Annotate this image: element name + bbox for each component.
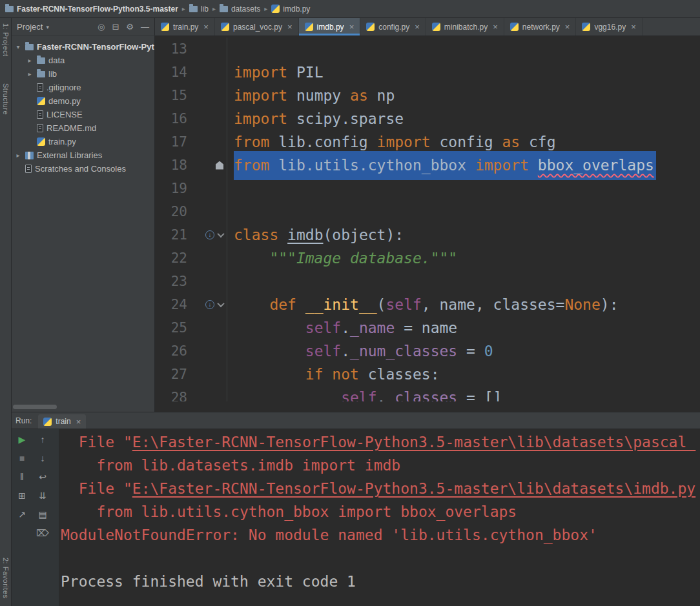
code-line-25[interactable]: 25 self._name = name: [155, 316, 700, 339]
settings-icon[interactable]: ⚙: [126, 22, 134, 32]
code-line-21[interactable]: 21↓class imdb(object):: [155, 223, 700, 247]
tree-item-external-libraries[interactable]: ▸External Libraries: [12, 148, 154, 162]
code-token: import: [234, 64, 287, 81]
breadcrumb-item-imdb-py[interactable]: imdb.py: [271, 5, 310, 14]
python-file-icon: [305, 23, 313, 31]
python-file-icon: [37, 137, 45, 146]
down-stack-trace-button[interactable]: ↓: [36, 451, 50, 465]
code-line-14[interactable]: 14import PIL: [155, 61, 700, 84]
expand-arrow-icon[interactable]: ▾: [14, 43, 22, 50]
editor-tab-vgg16-py[interactable]: vgg16.py×: [576, 18, 642, 35]
print-button[interactable]: ▤: [36, 507, 50, 521]
tool-window-button-structure[interactable]: Structure: [2, 83, 10, 117]
tree-item-demo-py[interactable]: demo.py: [12, 94, 154, 108]
breadcrumb-item-lib[interactable]: lib: [189, 5, 209, 14]
collapse-arrow-icon[interactable]: ▸: [26, 57, 34, 64]
gutter-marks: ↓: [187, 230, 227, 239]
breadcrumb-item-datasets[interactable]: datasets: [220, 5, 260, 14]
code-line-19[interactable]: 19: [155, 177, 700, 200]
line-number: 15: [155, 88, 187, 103]
clear-all-button[interactable]: ⌦: [36, 526, 50, 540]
soft-wrap-button[interactable]: ↩: [36, 470, 50, 484]
tree-item-license[interactable]: LICENSE: [12, 108, 154, 121]
editor-tab-minibatch-py[interactable]: minibatch.py×: [426, 18, 504, 35]
close-tab-icon[interactable]: ×: [493, 22, 498, 32]
code-line-text: import numpy as np: [227, 84, 395, 107]
line-number: 28: [155, 390, 187, 401]
breadcrumb-item-faster-rcnn-tensorflow-python3-5-master[interactable]: Faster-RCNN-TensorFlow-Python3.5-master: [5, 5, 178, 14]
tree-item-train-py[interactable]: train.py: [12, 135, 154, 148]
rerun-button[interactable]: ▶: [15, 432, 29, 447]
code-line-13[interactable]: 13: [155, 37, 700, 61]
editor-tab-imdb-py[interactable]: imdb.py×: [299, 18, 361, 35]
gutter-cell: 19: [155, 177, 227, 200]
stripe-bottom-group: 2: Favorites: [2, 558, 10, 601]
hide-icon[interactable]: —: [141, 22, 149, 32]
tree-item-data[interactable]: ▸data: [12, 54, 154, 67]
editor-tab-network-py[interactable]: network.py×: [504, 18, 577, 35]
console-text: from lib.datasets.imdb import imdb: [61, 457, 400, 474]
editor-tab-train-py[interactable]: train.py×: [155, 18, 215, 35]
code-token: import: [377, 134, 431, 150]
close-tab-icon[interactable]: ×: [76, 417, 81, 427]
tree-item-scratches-and-consoles[interactable]: Scratches and Consoles: [12, 162, 154, 176]
stacktrace-link[interactable]: E:\Faster-RCNN-TensorFlow-Python3.5-mast…: [132, 480, 695, 497]
override-marker-icon[interactable]: ↓: [205, 230, 214, 239]
close-tab-icon[interactable]: ×: [565, 22, 570, 32]
code-line-23[interactable]: 23: [155, 270, 700, 293]
pause-output-button[interactable]: ‖: [15, 470, 29, 484]
tab-label: pascal_voc.py: [233, 23, 282, 32]
scroll-to-end-button[interactable]: ⇊: [36, 489, 50, 503]
code-area[interactable]: 1314import PIL15import numpy as np16impo…: [155, 36, 700, 401]
python-file-icon: [432, 23, 440, 31]
code-token: not: [332, 366, 359, 383]
tree-item-lib[interactable]: ▸lib: [12, 67, 154, 81]
close-tab-icon[interactable]: ×: [415, 22, 420, 32]
code-line-20[interactable]: 20: [155, 200, 700, 223]
collapse-arrow-icon[interactable]: ▸: [14, 152, 22, 159]
code-line-18[interactable]: 18from lib.utils.cython_bbox import bbox…: [155, 154, 700, 177]
locate-icon[interactable]: ◎: [98, 22, 105, 32]
left-tool-stripe: 1: ProjectStructure 2: Favorites: [0, 18, 12, 606]
pin-tab-button[interactable]: ↗: [15, 507, 29, 521]
editor-tab-config-py[interactable]: config.py×: [360, 18, 426, 35]
code-line-27[interactable]: 27 if not classes:: [155, 363, 700, 386]
fold-arrow-icon[interactable]: [217, 230, 224, 237]
project-panel-title[interactable]: Project: [17, 22, 43, 32]
code-token: [234, 366, 305, 383]
editor[interactable]: 1314import PIL15import numpy as np16impo…: [155, 36, 700, 412]
tool-window-button-1-project[interactable]: 1: Project: [2, 23, 10, 59]
tree-item-faster-rcnn-tensorflow-python3-5-master[interactable]: ▾Faster-RCNN-TensorFlow-Python3.5-master: [12, 40, 154, 54]
tree-item-gitignore[interactable]: .gitignore: [12, 81, 154, 94]
collapse-all-icon[interactable]: ⊟: [112, 22, 119, 32]
code-line-26[interactable]: 26 self._num_classes = 0: [155, 339, 700, 363]
line-number: 17: [155, 134, 187, 150]
override-marker-icon[interactable]: ↓: [205, 300, 214, 309]
up-stack-trace-button[interactable]: ↑: [36, 432, 50, 447]
tool-window-button-2-favorites[interactable]: 2: Favorites: [2, 558, 10, 601]
restore-layout-button[interactable]: ⊞: [15, 489, 29, 503]
chevron-down-icon[interactable]: ▾: [46, 24, 49, 30]
stacktrace-link[interactable]: E:\Faster-RCNN-TensorFlow-Python3.5-mast…: [132, 434, 695, 450]
close-tab-icon[interactable]: ×: [631, 22, 636, 32]
horizontal-scrollbar-thumb[interactable]: [13, 405, 57, 409]
code-line-15[interactable]: 15import numpy as np: [155, 84, 700, 107]
gutter-cell: 22: [155, 247, 227, 270]
tree-item-readme-md[interactable]: README.md: [12, 121, 154, 135]
code-line-16[interactable]: 16import scipy.sparse: [155, 107, 700, 130]
console-output[interactable]: File "E:\Faster-RCNN-TensorFlow-Python3.…: [59, 429, 700, 606]
editor-tab-pascal-voc-py[interactable]: pascal_voc.py×: [215, 18, 299, 35]
code-line-22[interactable]: 22 """Image database.""": [155, 247, 700, 270]
code-line-28[interactable]: 28 self._classes = []: [155, 386, 700, 401]
run-tab-train[interactable]: train ×: [38, 414, 86, 429]
stop-button[interactable]: ■: [15, 451, 29, 465]
close-tab-icon[interactable]: ×: [349, 22, 355, 32]
close-tab-icon[interactable]: ×: [287, 22, 293, 32]
code-line-24[interactable]: 24↓ def __init__(self, name, classes=Non…: [155, 293, 700, 316]
close-tab-icon[interactable]: ×: [203, 22, 209, 32]
python-file-icon: [271, 5, 280, 13]
collapse-arrow-icon[interactable]: ▸: [26, 70, 34, 77]
tab-label: imdb.py: [317, 23, 344, 32]
gutter-cell: 21↓: [155, 223, 227, 247]
fold-arrow-icon[interactable]: [217, 300, 224, 307]
